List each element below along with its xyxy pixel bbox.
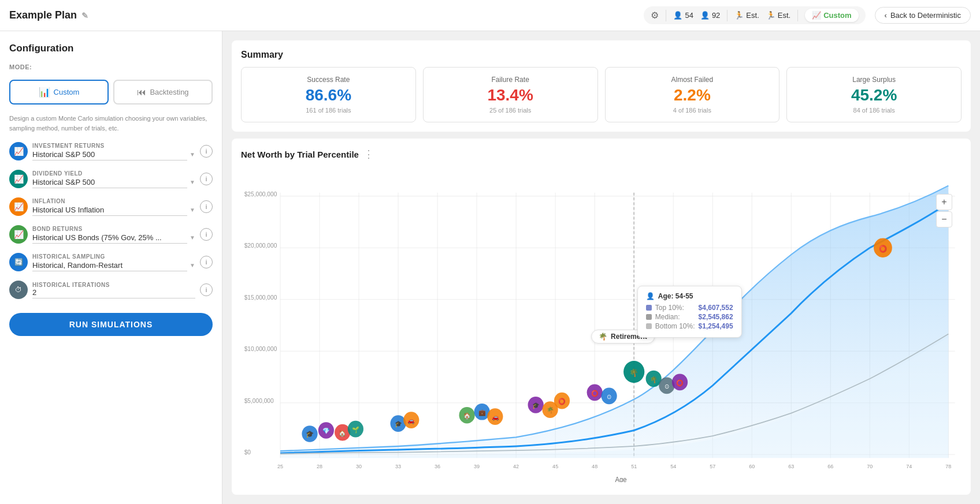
dividend-yield-block: DIVIDEND YIELD Historical S&P 500 ▼	[32, 170, 195, 188]
svg-text:45: 45	[552, 464, 558, 469]
topbar: Example Plan ✎ ⚙ 👤 54 👤 92 🏃 Est. 🏃 Est.…	[0, 0, 980, 31]
dividend-yield-select[interactable]: Historical S&P 500	[32, 177, 187, 188]
bond-returns-info[interactable]: i	[200, 228, 213, 241]
svg-text:54: 54	[670, 464, 676, 469]
almost-failed-card: Almost Failed 2.2% 4 of 186 trials	[605, 67, 780, 122]
almost-failed-sub: 4 of 186 trials	[673, 107, 711, 114]
svg-text:$5,000,000: $5,000,000	[244, 398, 274, 404]
historical-iterations-value: 2	[32, 288, 36, 297]
investment-returns-select[interactable]: Historical S&P 500	[32, 149, 187, 160]
custom-mode-label: Custom	[54, 88, 80, 96]
historical-sampling-icon: 🔄	[9, 253, 28, 271]
svg-text:33: 33	[395, 464, 401, 469]
historical-sampling-select[interactable]: Historical, Random-Restart	[32, 260, 187, 271]
svg-text:28: 28	[317, 464, 322, 469]
main-layout: Configuration MODE: 📊 Custom ⏮ Backtesti…	[0, 31, 980, 504]
zoom-in-button[interactable]: +	[936, 194, 952, 210]
chart-area: $0 $5,000,000 $10,000,000 $15,000,000 $2…	[241, 165, 962, 482]
large-surplus-value: 45.2%	[851, 86, 897, 104]
svg-text:🚗: 🚗	[492, 413, 500, 421]
inflation-arrow: ▼	[190, 207, 195, 213]
custom-tab-icon: 📈	[812, 11, 821, 20]
large-surplus-sub: 84 of 186 trials	[853, 107, 895, 114]
svg-text:💼: 💼	[478, 409, 487, 416]
custom-mode-icon: 📊	[39, 87, 50, 98]
investment-returns-select-row: Historical S&P 500 ▼	[32, 149, 195, 160]
dividend-yield-label: DIVIDEND YIELD	[32, 170, 195, 177]
success-rate-value: 86.6%	[306, 86, 351, 104]
svg-text:🎓: 🎓	[532, 402, 540, 409]
chart-section: Net Worth by Trial Percentile ⋮	[232, 139, 971, 495]
chart-svg: $0 $5,000,000 $10,000,000 $15,000,000 $2…	[241, 165, 962, 482]
person1-icon: 👤	[673, 11, 682, 20]
svg-text:⊙: ⊙	[665, 383, 669, 389]
inflation-row: 📈 INFLATION Historical US Inflation ▼ i	[9, 197, 213, 216]
divider3	[797, 10, 798, 21]
back-to-deterministic-button[interactable]: ‹ Back to Deterministic	[875, 7, 971, 24]
svg-text:⭕: ⭕	[558, 398, 566, 405]
median-value: $2,545,862	[699, 313, 733, 321]
person2-item: 👤 92	[700, 11, 720, 20]
custom-mode-button[interactable]: 📊 Custom	[9, 80, 109, 104]
svg-text:48: 48	[592, 464, 597, 469]
back-chevron-icon: ‹	[885, 11, 887, 20]
summary-cards: Success Rate 86.6% 161 of 186 trials Fai…	[241, 67, 962, 122]
tooltip-median-row: Median: $2,545,862	[646, 313, 733, 321]
run-simulations-button[interactable]: RUN SIMULATIONS	[9, 313, 213, 336]
gear-icon[interactable]: ⚙	[651, 10, 659, 21]
bond-returns-block: BOND RETURNS Historical US Bonds (75% Go…	[32, 226, 195, 244]
historical-iterations-info[interactable]: i	[200, 283, 213, 296]
historical-iterations-block: HISTORICAL ITERATIONS 2	[32, 282, 195, 298]
bond-returns-select[interactable]: Historical US Bonds (75% Gov, 25% ...	[32, 232, 187, 244]
bottom10-label: Bottom 10%:	[655, 322, 695, 330]
svg-text:$25,000,000: $25,000,000	[244, 191, 277, 197]
chart-menu-icon[interactable]: ⋮	[363, 148, 374, 160]
zoom-out-button[interactable]: −	[936, 211, 952, 227]
est1-item[interactable]: 🏃 Est.	[734, 11, 759, 20]
divider2	[727, 10, 727, 21]
inflation-select[interactable]: Historical US Inflation	[32, 204, 187, 216]
historical-sampling-row: 🔄 HISTORICAL SAMPLING Historical, Random…	[9, 253, 213, 271]
inflation-block: INFLATION Historical US Inflation ▼	[32, 198, 195, 216]
edit-icon[interactable]: ✎	[81, 11, 88, 20]
top10-value: $4,607,552	[699, 304, 733, 312]
investment-returns-row: 📈 INVESTMENT RETURNS Historical S&P 500 …	[9, 142, 213, 160]
large-surplus-label: Large Surplus	[852, 76, 896, 84]
svg-text:66: 66	[827, 464, 833, 469]
dividend-yield-info[interactable]: i	[200, 173, 213, 185]
historical-sampling-arrow: ▼	[190, 262, 195, 268]
tooltip-age-value: Age: 54-55	[658, 292, 693, 300]
mode-buttons: 📊 Custom ⏮ Backtesting	[9, 80, 213, 104]
failure-rate-label: Failure Rate	[491, 76, 529, 84]
svg-text:74: 74	[906, 464, 912, 469]
bond-returns-icon: 📈	[9, 225, 28, 244]
svg-text:🚗: 🚗	[407, 417, 415, 424]
svg-text:🌱: 🌱	[352, 426, 360, 434]
tooltip-person-icon: 👤	[646, 292, 655, 300]
svg-text:30: 30	[356, 464, 362, 469]
svg-text:⭕: ⭕	[591, 389, 599, 397]
backtesting-mode-button[interactable]: ⏮ Backtesting	[113, 80, 213, 104]
est2-label: Est.	[778, 11, 790, 20]
est2-figure-icon: 🏃	[766, 11, 775, 20]
investment-returns-info[interactable]: i	[200, 145, 213, 158]
svg-text:78: 78	[945, 464, 951, 469]
large-surplus-card: Large Surplus 45.2% 84 of 186 trials	[786, 67, 962, 122]
success-rate-label: Success Rate	[307, 76, 350, 84]
backtesting-mode-label: Backtesting	[150, 88, 188, 96]
svg-text:36: 36	[435, 464, 440, 469]
historical-iterations-label: HISTORICAL ITERATIONS	[32, 282, 195, 288]
chart-tooltip: 👤 Age: 54-55 Top 10%: $4,607,552 Median:…	[637, 286, 742, 338]
svg-text:63: 63	[788, 464, 794, 469]
svg-text:⊙: ⊙	[607, 393, 611, 400]
custom-desc: Design a custom Monte Carlo simulation c…	[9, 114, 213, 133]
svg-text:57: 57	[710, 464, 715, 469]
sidebar-title: Configuration	[9, 43, 213, 54]
custom-tab[interactable]: 📈 Custom	[805, 9, 858, 22]
svg-text:$20,000,000: $20,000,000	[244, 242, 277, 249]
est2-item[interactable]: 🏃 Est.	[766, 11, 790, 20]
historical-sampling-label: HISTORICAL SAMPLING	[32, 253, 195, 260]
historical-sampling-info[interactable]: i	[200, 256, 213, 268]
inflation-info[interactable]: i	[200, 200, 213, 213]
almost-failed-value: 2.2%	[674, 86, 711, 104]
